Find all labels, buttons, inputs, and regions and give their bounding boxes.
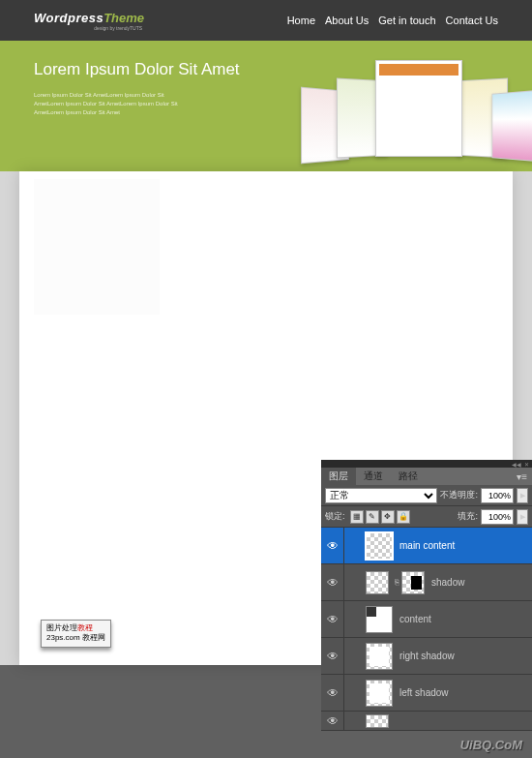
tab-layers[interactable]: 图层	[321, 468, 356, 485]
blend-row: 正常 不透明度: ▶	[321, 485, 532, 506]
eye-icon: 👁	[327, 539, 339, 553]
layers-panel: ◀◀ ✕ 图层 通道 路径 ▾≡ 正常 不透明度: ▶ 锁定: ▦ ✎ ✥ 🔒 …	[321, 460, 532, 731]
layer-thumbnail[interactable]	[366, 606, 393, 633]
eye-icon: 👁	[327, 686, 339, 700]
visibility-toggle[interactable]: 👁	[321, 712, 344, 730]
site-logo: WordpressTheme design by trendyTUTS	[34, 11, 144, 31]
hero-banner: Lorem Ipsum Dolor Sit Amet Lorem Ipsum D…	[0, 41, 532, 181]
layer-thumbnail[interactable]	[366, 532, 393, 560]
nav-home[interactable]: Home	[287, 15, 315, 26]
layer-thumbnail[interactable]	[366, 643, 393, 670]
layer-name: shadow	[428, 577, 464, 588]
nav-contact[interactable]: Contact Us	[446, 15, 498, 26]
eye-icon: 👁	[327, 714, 339, 728]
logo-text-primary: Wordpress	[34, 11, 103, 25]
visibility-toggle[interactable]: 👁	[321, 638, 344, 674]
eye-icon: 👁	[327, 650, 339, 663]
layer-thumbnail[interactable]	[366, 680, 393, 707]
logo-subtitle: design by trendyTUTS	[34, 25, 144, 31]
opacity-label: 不透明度:	[440, 489, 478, 501]
layer-row-partial[interactable]: 👁	[321, 712, 532, 731]
inner-placeholder-box	[34, 179, 160, 315]
layer-row[interactable]: 👁 left shadow	[321, 675, 532, 712]
opacity-flyout-icon[interactable]: ▶	[517, 488, 528, 503]
visibility-toggle[interactable]: 👁	[321, 564, 344, 600]
lock-all-icon[interactable]: 🔒	[397, 510, 410, 524]
caption-line1: 图片处理教程	[46, 623, 105, 633]
tab-channels[interactable]: 通道	[356, 468, 391, 485]
nav-get-in-touch[interactable]: Get in touch	[378, 15, 435, 26]
lock-row: 锁定: ▦ ✎ ✥ 🔒 填充: ▶	[321, 506, 532, 528]
layer-name: right shadow	[396, 651, 455, 661]
fill-flyout-icon[interactable]: ▶	[517, 509, 528, 525]
lock-buttons: ▦ ✎ ✥ 🔒	[348, 510, 412, 524]
image-caption-box: 图片处理教程 23ps.com 教程网	[41, 620, 111, 648]
hero-mockups	[300, 55, 522, 171]
layer-row[interactable]: 👁 ⎘ shadow	[321, 564, 532, 601]
lock-position-icon[interactable]: ✥	[381, 510, 395, 524]
mockup-image	[375, 60, 462, 157]
caption-line2: 23ps.com 教程网	[46, 633, 105, 643]
lock-transparency-icon[interactable]: ▦	[350, 510, 364, 524]
layer-name: left shadow	[396, 687, 449, 698]
eye-icon: 👁	[327, 576, 339, 590]
visibility-toggle[interactable]: 👁	[321, 675, 344, 711]
lock-pixels-icon[interactable]: ✎	[366, 510, 379, 524]
main-nav: Home About Us Get in touch Contact Us	[287, 15, 498, 26]
lock-label: 锁定:	[325, 510, 345, 523]
visibility-toggle[interactable]: 👁	[321, 528, 344, 563]
layer-row[interactable]: 👁 right shadow	[321, 638, 532, 675]
link-icon[interactable]: ⎘	[392, 578, 401, 587]
blend-mode-select[interactable]: 正常	[325, 488, 437, 503]
panel-collapse-icon[interactable]: ◀◀	[512, 461, 521, 468]
layer-name: main content	[396, 540, 455, 551]
layer-name: content	[396, 614, 431, 624]
logo-text-secondary: Theme	[103, 11, 144, 25]
panel-tabs: 图层 通道 路径 ▾≡	[321, 468, 532, 485]
panel-menu-icon[interactable]: ▾≡	[512, 471, 532, 482]
fill-label: 填充:	[458, 510, 478, 523]
layer-thumbnail[interactable]	[366, 714, 389, 728]
nav-about[interactable]: About Us	[325, 15, 369, 26]
layers-list: 👁 main content 👁 ⎘ shadow 👁 content 👁 ri…	[321, 528, 532, 731]
opacity-input[interactable]	[481, 488, 514, 503]
site-header: WordpressTheme design by trendyTUTS Home…	[0, 0, 532, 41]
panel-topbar: ◀◀ ✕	[321, 460, 532, 468]
panel-close-icon[interactable]: ✕	[524, 461, 529, 468]
visibility-toggle[interactable]: 👁	[321, 601, 344, 637]
layer-row[interactable]: 👁 main content	[321, 528, 532, 564]
watermark: UiBQ.CoM	[460, 738, 522, 752]
layer-thumbnail[interactable]	[366, 571, 389, 594]
fill-input[interactable]	[481, 509, 514, 525]
mockup-image	[491, 90, 532, 162]
layer-row[interactable]: 👁 content	[321, 601, 532, 638]
eye-icon: 👁	[327, 613, 339, 626]
tab-paths[interactable]: 路径	[391, 468, 426, 485]
mask-thumbnail[interactable]	[401, 571, 425, 594]
